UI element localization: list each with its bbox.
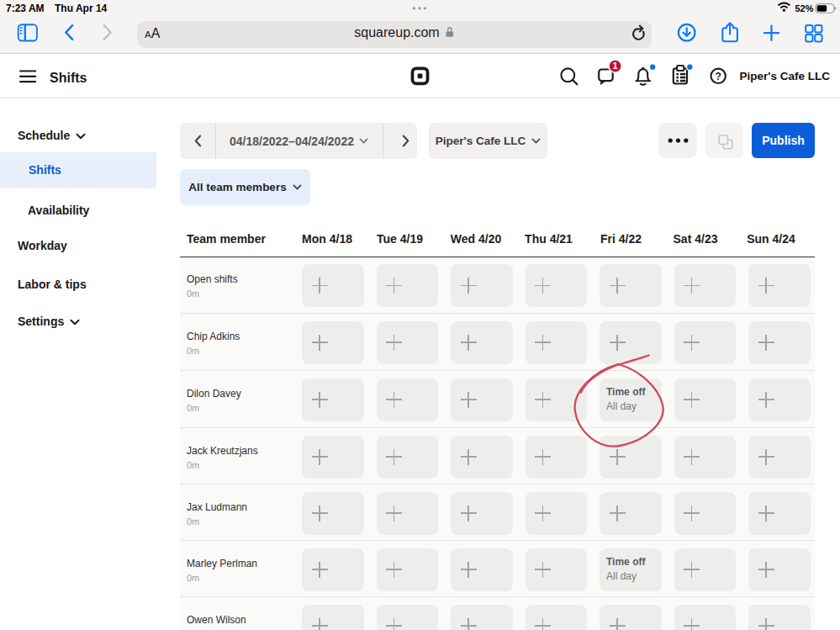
svg-text:1: 1 — [612, 61, 617, 71]
svg-text:?: ? — [716, 71, 721, 82]
